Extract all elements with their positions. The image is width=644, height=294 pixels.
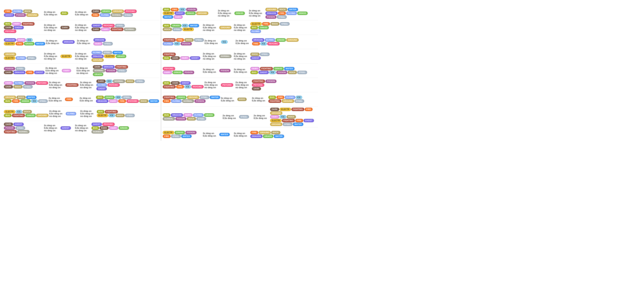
ground-tag: GROUND — [4, 96, 16, 99]
dmg-on-labels-col: 2x dmg on0,5x dmg on — [80, 97, 95, 102]
steel-tag: STEEL — [277, 15, 287, 19]
left-half: FIREFLYINGROCKGHOSTPOISONGROUND2x dmg on… — [4, 7, 159, 141]
dmg-on-labels-col: 2x dmg on0,5x dmg on — [254, 114, 270, 119]
chart-row: ELECTRICEROCKBUGFIGHTINGGRASSGROUND2x dm… — [4, 107, 159, 120]
flying-tag: FLYING — [16, 56, 26, 60]
row-divider — [4, 35, 159, 35]
steel-tag: STEEL — [117, 69, 127, 72]
ice-tag: ICE — [269, 71, 276, 74]
fairy-tag: FAIRY — [163, 71, 172, 74]
single-type-col: STEEL — [239, 115, 253, 119]
dmg-labels-col: 2x dmg on0,5x dmg onno dmg on — [218, 10, 234, 17]
rock-tag: ROCK — [287, 115, 296, 119]
dmg-label: 0,5x dmg on — [48, 99, 64, 102]
grass-tag: GRASS — [176, 96, 186, 99]
dmg-label: 2x dmg on — [49, 110, 65, 112]
normal-tag: NORMAL — [124, 28, 136, 31]
ice-tag: ICE — [31, 99, 38, 103]
fighting-tag: FIGHTING — [4, 130, 17, 133]
fire-tag: FIRE — [171, 8, 179, 11]
dmg-on-label: 0,5x dmg on — [80, 99, 95, 102]
dark-tag: DARK — [92, 28, 100, 31]
dmg-label: 2x dmg on — [203, 24, 218, 26]
dmg-on-label: no dmg on — [249, 15, 265, 17]
rock-tag: ROCK — [139, 99, 148, 103]
single-type-col: GRASS — [234, 12, 248, 15]
ice-tag: ICE — [280, 115, 286, 119]
ghost-tag: GHOST — [250, 56, 261, 60]
fighting-tag: FIGHTING — [252, 80, 265, 83]
grass-tag: GRASS — [24, 42, 34, 45]
result-tags-col: ROCKSTEELGHOST — [250, 53, 294, 60]
fire-tag: FIRE — [176, 85, 184, 88]
chart-row: FIGHTINGGRASSGROUNDSTEELWATERFIREFLYINGN… — [163, 93, 318, 106]
steel-tag: STEEL — [294, 99, 304, 103]
dark-tag: DARK — [4, 85, 13, 88]
attack-tags-col: GROUNDROCKWATERBUGFIREGRASSICESTEEL — [4, 96, 48, 103]
dmg-label: no dmg on — [45, 72, 61, 74]
result-tags-col: ELECTRFIREROCKSTEELBUGGRASSFLYING — [250, 22, 294, 33]
dmg-label: no dmg on — [203, 29, 218, 31]
result-tags-col: DARKICENORMALROCKSTEELFLYINGPSYCHICGHOST — [96, 80, 145, 90]
single-type-col: FAIRY — [62, 69, 76, 72]
ghost-tag: GHOST — [92, 24, 102, 27]
row-divider — [163, 63, 318, 64]
row-divider — [4, 78, 159, 78]
poison-tag: POISON — [266, 15, 277, 19]
dmg-labels-col: 2x dmg on0,5x dmg on — [48, 97, 64, 102]
attack-tags-col: DRAGONFAIRYICEELECTRFIREGRASSWATER — [4, 38, 45, 45]
chart-row: BUGFIREICEPOISONELECTRGHOSTGRASSGROUNDWA… — [163, 7, 318, 20]
water-tag: WATER — [219, 133, 230, 136]
fighting-tag: FIGHTING — [105, 110, 118, 113]
water-tag: WATER — [274, 135, 284, 138]
chart-row: GROUNDELECTRFLYINGSTEEL2x dmg on0,5x dmg… — [4, 50, 159, 63]
dmg-on-label: 0,5x dmg on — [252, 99, 268, 102]
dmg-label: 0,5x dmg on — [223, 117, 238, 119]
poison-tag: POISON — [106, 69, 117, 72]
psychic-tag: PSYCHIC — [221, 83, 233, 87]
dmg-on-labels-col: 2x dmg on0,5x dmg on — [234, 132, 250, 137]
dmg-on-label: 2x dmg on — [75, 53, 91, 55]
ice-tag: ICE — [16, 110, 22, 113]
divider — [161, 7, 161, 141]
fairy-tag: FAIRY — [94, 42, 103, 45]
dmg-label: 2x dmg on — [49, 81, 64, 84]
steel-tag: STEEL — [103, 42, 113, 45]
poison-tag: POISON — [4, 67, 15, 70]
electric-tag: ELECTR — [97, 114, 108, 117]
dark-tag: DARK — [252, 87, 261, 90]
dmg-on-labels-col: 2x dmg on0,5x dmg onno dmg on — [76, 67, 92, 74]
dmg-on-label: no dmg on — [75, 29, 91, 31]
normal-tag: NORMAL — [163, 117, 175, 120]
dmg-label: 0,5x dmg on — [44, 13, 60, 16]
rock-tag: ROCK — [278, 8, 287, 11]
fire-tag: FIRE — [262, 22, 270, 26]
steel-tag: STEEL — [123, 13, 133, 17]
water-tag: WATER — [189, 24, 199, 27]
fire-tag: FIRE — [26, 71, 34, 74]
dmg-on-label: no dmg on — [75, 58, 91, 60]
dmg-on-labels-col: 2x dmg on0,5x dmg onno dmg on — [234, 53, 250, 60]
rock-tag: ROCK — [163, 28, 172, 31]
ground-tag: GROUND — [266, 8, 278, 11]
dmg-on-label: 2x dmg on — [75, 124, 91, 127]
attack-tags-col: FAIRYFLYINGPOISONPSYCHICDARKROCKSTEEL — [4, 81, 48, 88]
dmg-label: 2x dmg on — [48, 97, 64, 99]
flying-tag: FLYING — [92, 51, 102, 54]
dmg-on-label: 0,5x dmg on — [76, 69, 92, 72]
rock-tag: ROCK — [270, 22, 280, 26]
electric-tag: ELECTR — [250, 22, 262, 26]
bug-tag: BUG — [250, 26, 258, 29]
dark-tag: DARK — [171, 56, 180, 60]
water-tag: WATER — [112, 51, 123, 54]
steel-tag: STEEL — [23, 85, 33, 88]
steel-tag: STEEL — [171, 135, 181, 138]
fairy-tag: FAIRY — [184, 113, 192, 117]
grass-tag: GRASS — [263, 135, 273, 138]
dragon-tag: DRAGON — [250, 135, 262, 138]
dmg-on-label: 2x dmg on — [77, 40, 93, 42]
ghost-tag: GHOST — [96, 87, 107, 90]
fire-tag: FIRE — [118, 99, 126, 103]
fire-tag: FIRE — [12, 99, 20, 103]
dmg-on-label: 0,5x dmg on — [75, 13, 91, 16]
